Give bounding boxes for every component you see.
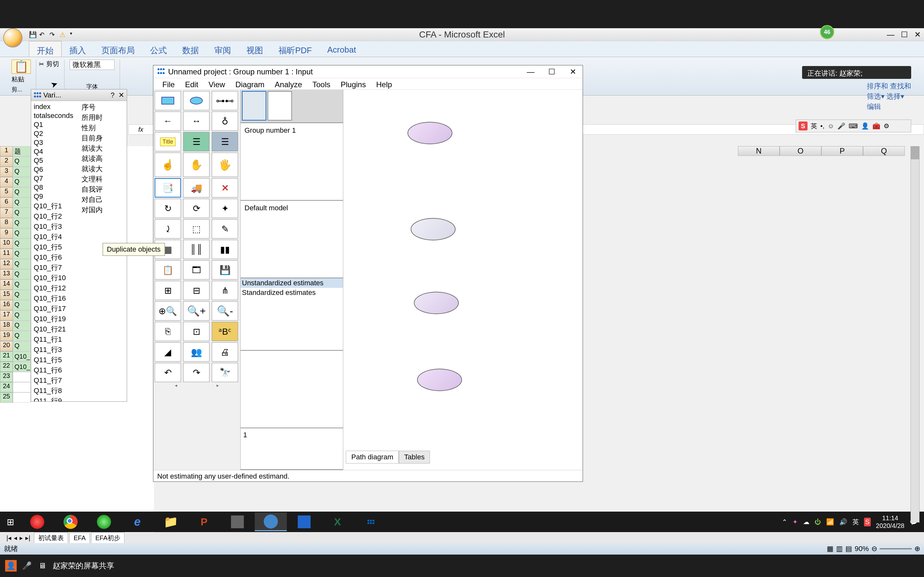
filter-label[interactable]: 筛选▾ — [867, 92, 885, 100]
col-header-p[interactable]: P — [821, 146, 863, 156]
variable-item[interactable]: Q10_行16 — [32, 293, 78, 303]
cell[interactable]: Q — [13, 208, 31, 218]
share-screen-icon[interactable]: 🖥 — [37, 561, 47, 571]
cell[interactable]: Q — [13, 187, 31, 197]
font-name-input[interactable] — [69, 60, 115, 70]
ime-lang[interactable]: 英 — [811, 122, 817, 131]
row-header[interactable]: 19 — [0, 331, 13, 341]
tray-app-icon[interactable]: ✦ — [792, 518, 798, 526]
variable-item[interactable]: Q7 — [32, 174, 78, 183]
ime-settings-icon[interactable]: ⚙ — [884, 122, 889, 130]
menu-tools[interactable]: Tools — [307, 78, 336, 89]
cell[interactable]: Q — [13, 321, 31, 331]
row-header[interactable]: 16 — [0, 300, 13, 310]
row-header[interactable]: 22 — [0, 362, 13, 372]
variable-item[interactable]: 对自己 — [80, 195, 126, 205]
tool-erase[interactable]: ✕ — [212, 178, 238, 197]
tool-analysis-props[interactable]: ║║ — [183, 240, 210, 259]
latent-variable-4[interactable] — [417, 369, 462, 391]
menu-diagram[interactable]: Diagram — [230, 78, 270, 89]
latent-variable-1[interactable] — [407, 122, 452, 144]
row-header[interactable]: 4 — [0, 177, 13, 187]
cell[interactable]: Q — [13, 300, 31, 310]
variable-item[interactable]: 就读大 — [80, 164, 126, 174]
row-header[interactable]: 1 — [0, 146, 13, 156]
warning-icon[interactable]: ⚠ — [60, 31, 67, 39]
menu-analyze[interactable]: Analyze — [270, 78, 307, 89]
cell[interactable]: Q — [13, 156, 31, 167]
sheet-tab-3[interactable]: EFA初步 — [91, 532, 124, 544]
sheet-tab-2[interactable]: EFA — [69, 533, 90, 543]
tray-ime-icon[interactable]: S — [864, 518, 871, 526]
menu-help[interactable]: Help — [371, 78, 397, 89]
sort-label[interactable]: 排序和 — [867, 82, 888, 90]
tool-zoom-in[interactable]: 🔍+ — [183, 301, 210, 321]
minimize-icon[interactable]: — — [887, 30, 895, 39]
help-icon[interactable]: ? — [111, 91, 115, 99]
tool-touch[interactable]: ✎ — [212, 219, 238, 239]
variable-item[interactable]: Q11_行7 — [32, 376, 78, 386]
row-header[interactable]: 23 — [0, 372, 13, 382]
task-ie[interactable]: e — [121, 513, 153, 531]
tool-title[interactable]: Title — [155, 132, 181, 151]
view-layout-icon[interactable]: ▥ — [836, 545, 843, 553]
qat-dropdown-icon[interactable]: ▾ — [70, 31, 78, 39]
tool-observed-var[interactable] — [155, 91, 181, 110]
tab-tables[interactable]: Tables — [399, 451, 430, 464]
variable-item[interactable]: Q11_行3 — [32, 345, 78, 355]
variable-item[interactable]: Q10_行4 — [32, 232, 78, 242]
variable-item[interactable]: 所用时 — [80, 113, 126, 123]
maximize-icon[interactable]: ☐ — [901, 30, 908, 39]
variable-item[interactable]: 就读大 — [80, 143, 126, 153]
zoom-slider[interactable] — [880, 548, 912, 550]
variable-item[interactable]: 自我评 — [80, 184, 126, 195]
cell[interactable]: Q — [13, 279, 31, 290]
tab-path-diagram[interactable]: Path diagram — [346, 451, 399, 464]
row-header[interactable]: 5 — [0, 187, 13, 197]
variable-item[interactable]: Q10_行17 — [32, 303, 78, 314]
variable-item[interactable]: Q11_行5 — [32, 355, 78, 365]
cell[interactable]: Q — [13, 239, 31, 249]
row-header[interactable]: 3 — [0, 167, 13, 177]
task-amos[interactable] — [355, 513, 387, 531]
tool-undo[interactable]: ↶ — [155, 363, 181, 382]
ime-mic-icon[interactable]: 🎤 — [837, 122, 845, 130]
tab-insert[interactable]: 插入 — [61, 41, 94, 57]
variable-item[interactable]: Q9 — [32, 192, 78, 201]
view-normal-icon[interactable]: ▦ — [827, 545, 834, 553]
thumb-output[interactable] — [268, 91, 292, 121]
tool-resize[interactable]: ⊡ — [183, 322, 210, 341]
undo-icon[interactable]: ↶ — [39, 31, 47, 39]
row-header[interactable]: 17 — [0, 310, 13, 321]
row-header[interactable]: 7 — [0, 208, 13, 218]
variable-item[interactable]: Q11_行1 — [32, 334, 78, 345]
cell[interactable]: Q — [13, 177, 31, 187]
tool-save[interactable]: 💾 — [212, 260, 238, 279]
cell[interactable]: Q — [13, 249, 31, 259]
task-edge[interactable] — [88, 513, 120, 531]
ime-user-icon[interactable]: 👤 — [861, 122, 869, 130]
variables-list-left[interactable]: indextotalsecondsQ1Q2Q3Q4Q5Q6Q7Q8Q9Q10_行… — [31, 101, 79, 401]
tab-home[interactable]: 开始 — [29, 41, 61, 57]
office-button[interactable] — [3, 28, 26, 51]
task-powerpoint[interactable]: P — [188, 513, 220, 531]
tool-clipboard[interactable]: 📋 — [155, 260, 181, 279]
tray-chevron-icon[interactable]: ⌃ — [782, 518, 787, 526]
cell[interactable]: Q — [13, 310, 31, 321]
nav-left-icon[interactable]: ◂ — [175, 383, 177, 389]
row-header[interactable]: 18 — [0, 321, 13, 331]
variable-item[interactable]: Q11_行6 — [32, 365, 78, 376]
row-header[interactable]: 2 — [0, 156, 13, 167]
variable-item[interactable]: Q10_行3 — [32, 221, 78, 232]
variable-item[interactable]: Q10_行6 — [32, 252, 78, 263]
variable-item[interactable]: Q10_行12 — [32, 283, 78, 293]
amos-canvas[interactable] — [343, 90, 583, 470]
row-header[interactable]: 11 — [0, 249, 13, 259]
variables-titlebar[interactable]: Vari... ? ✕ — [31, 89, 127, 101]
view-break-icon[interactable]: ▤ — [845, 545, 852, 553]
scissors-icon[interactable]: ✂ — [39, 60, 44, 68]
ime-emoji-icon[interactable]: ☺ — [828, 122, 834, 130]
row-header[interactable]: 25 — [0, 392, 13, 403]
col-header-o[interactable]: O — [780, 146, 821, 156]
tool-print[interactable]: 🖨 — [212, 342, 238, 362]
